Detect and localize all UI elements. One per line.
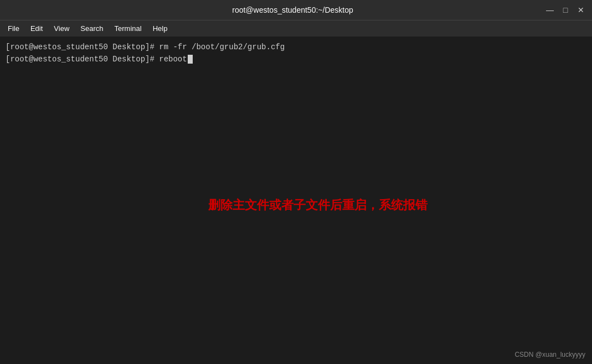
terminal-cursor xyxy=(188,55,193,64)
terminal-line-1: [root@westos_student50 Desktop]# rm -fr … xyxy=(6,41,586,53)
terminal-line-2: [root@westos_student50 Desktop]# reboot xyxy=(6,53,586,65)
menu-item-view[interactable]: View xyxy=(49,23,74,34)
window-title: root@westos_student50:~/Desktop xyxy=(40,6,545,14)
menu-item-search[interactable]: Search xyxy=(76,23,107,34)
menu-bar: FileEditViewSearchTerminalHelp xyxy=(0,20,592,37)
maximize-button[interactable]: □ xyxy=(561,6,570,14)
title-bar: root@westos_student50:~/Desktop — □ ✕ xyxy=(0,0,592,20)
close-button[interactable]: ✕ xyxy=(576,6,585,14)
menu-item-terminal[interactable]: Terminal xyxy=(110,23,146,34)
minimize-button[interactable]: — xyxy=(545,6,554,14)
terminal-area[interactable]: [root@westos_student50 Desktop]# rm -fr … xyxy=(0,37,592,364)
menu-item-help[interactable]: Help xyxy=(148,23,172,34)
menu-item-edit[interactable]: Edit xyxy=(26,23,47,34)
window-controls: — □ ✕ xyxy=(545,6,585,14)
watermark: CSDN @xuan_luckyyyy xyxy=(514,351,585,358)
menu-item-file[interactable]: File xyxy=(3,23,24,34)
annotation-label: 删除主文件或者子文件后重启，系统报错 xyxy=(208,197,428,214)
